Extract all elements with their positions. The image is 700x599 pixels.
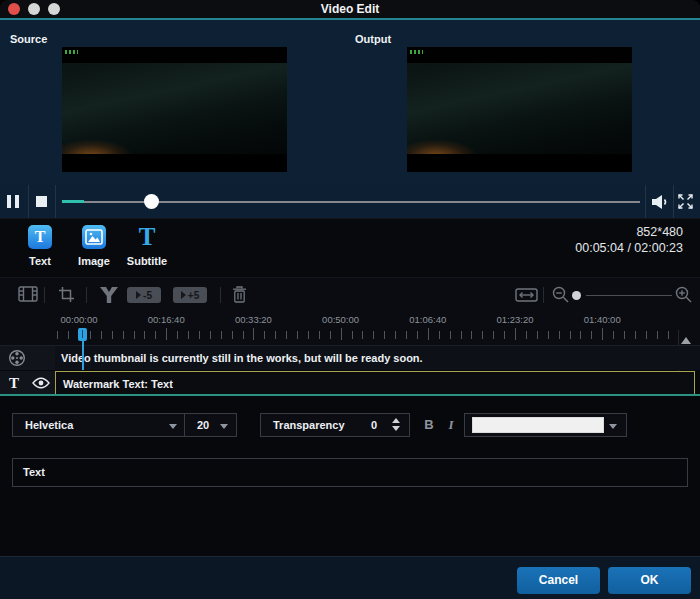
film-reel-icon xyxy=(10,351,25,366)
ruler-minor-tick xyxy=(439,331,440,339)
font-family-select[interactable]: Helvetica xyxy=(12,413,188,437)
ruler-minor-tick xyxy=(319,331,320,339)
ruler-minor-tick xyxy=(144,331,145,339)
ruler-minor-tick xyxy=(646,331,647,339)
watermark-text-value: Text xyxy=(23,466,45,478)
transparency-stepper[interactable]: Transparency 0 xyxy=(260,413,410,437)
window-title: Video Edit xyxy=(0,0,700,18)
trash-icon[interactable] xyxy=(232,286,247,303)
ruler-minor-tick xyxy=(134,331,135,339)
tool-image-button[interactable]: Image xyxy=(68,225,120,267)
divider xyxy=(55,185,56,218)
preview-area: Source Output xyxy=(0,20,700,185)
seek-slider[interactable] xyxy=(62,185,640,218)
timeline-zoom-slider-track[interactable] xyxy=(586,295,672,296)
timeline-tracks: Video thumbnail is currently still in th… xyxy=(0,345,700,394)
playhead-line xyxy=(82,341,84,370)
italic-button[interactable]: I xyxy=(442,413,460,437)
zoom-in-icon[interactable] xyxy=(675,286,692,303)
ruler-minor-tick xyxy=(57,331,58,339)
stepper-arrows-icon[interactable] xyxy=(392,418,400,431)
footer-bar: Cancel OK xyxy=(0,556,700,599)
zoom-out-icon[interactable] xyxy=(552,286,569,303)
font-size-select[interactable]: 20 xyxy=(184,413,237,437)
fit-timeline-icon[interactable] xyxy=(515,288,538,302)
ruler-minor-tick xyxy=(384,331,385,339)
playhead-handle[interactable] xyxy=(78,328,87,341)
timeline-ruler[interactable]: 00:00:0000:16:4000:33:2000:50:0001:06:40… xyxy=(0,311,700,345)
film-strip-icon[interactable] xyxy=(18,286,38,302)
crop-icon[interactable] xyxy=(58,286,75,303)
ruler-minor-tick xyxy=(232,331,233,339)
ruler-minor-tick xyxy=(417,331,418,339)
font-family-value: Helvetica xyxy=(25,419,73,431)
transparency-value: 0 xyxy=(371,414,377,436)
ruler-minor-tick xyxy=(482,331,483,339)
ruler-timestamp: 00:16:40 xyxy=(136,314,196,325)
split-icon[interactable] xyxy=(99,286,119,304)
font-color-picker[interactable] xyxy=(464,413,627,437)
ruler-major-tick xyxy=(515,328,516,340)
tool-text-button[interactable]: T Text xyxy=(14,225,66,267)
ruler-minor-tick xyxy=(613,331,614,339)
divider xyxy=(543,287,544,303)
ruler-major-tick xyxy=(166,328,167,340)
divider xyxy=(673,185,674,218)
ruler-minor-tick xyxy=(406,331,407,339)
ruler-minor-tick xyxy=(526,331,527,339)
ruler-minor-tick xyxy=(362,331,363,339)
seek-thumb[interactable] xyxy=(144,194,159,209)
output-video-frame xyxy=(407,47,632,172)
video-track-row[interactable]: Video thumbnail is currently still in th… xyxy=(0,346,700,370)
video-timestamp-overlay xyxy=(410,50,423,54)
bold-button[interactable]: B xyxy=(420,413,438,437)
divider xyxy=(645,185,646,218)
text-properties-panel: Helvetica 20 Transparency 0 B I Text xyxy=(0,396,700,556)
subtitle-tool-icon: T xyxy=(121,225,173,249)
ruler-minor-tick xyxy=(221,331,222,339)
ruler-minor-tick xyxy=(373,331,374,339)
resolution-value: 852*480 xyxy=(575,224,683,240)
ok-button[interactable]: OK xyxy=(608,567,691,594)
ruler-minor-tick xyxy=(493,331,494,339)
seek-progress xyxy=(62,200,84,203)
tool-subtitle-button[interactable]: T Subtitle xyxy=(121,225,173,267)
seek-back-5-button[interactable]: -5 xyxy=(127,287,161,303)
source-video-frame xyxy=(62,47,287,172)
video-track-message: Video thumbnail is currently still in th… xyxy=(55,346,700,370)
watermark-track-row[interactable]: T Watermark Text: Text xyxy=(0,371,700,395)
ruler-minor-tick xyxy=(635,331,636,339)
seek-forward-5-button[interactable]: +5 xyxy=(173,287,207,303)
tool-text-label: Text xyxy=(14,255,66,267)
ruler-minor-tick xyxy=(90,331,91,339)
eye-icon xyxy=(33,378,49,388)
video-edit-window: Video Edit Source Output xyxy=(0,0,700,599)
video-timestamp-overlay xyxy=(65,50,78,54)
media-info: 852*480 00:05:04 / 02:00:23 xyxy=(575,224,683,256)
pause-button[interactable] xyxy=(7,195,23,208)
timecode-value: 00:05:04 / 02:00:23 xyxy=(575,240,683,256)
ruler-major-tick xyxy=(341,328,342,340)
ruler-minor-tick xyxy=(68,331,69,339)
ruler-minor-tick xyxy=(570,331,571,339)
ruler-timestamp: 00:33:20 xyxy=(223,314,283,325)
watermark-track-header: T xyxy=(0,371,55,395)
ruler-timestamp: 01:23:20 xyxy=(485,314,545,325)
font-size-value: 20 xyxy=(197,419,209,431)
scroll-up-arrow-icon[interactable] xyxy=(681,337,691,344)
divider xyxy=(28,185,29,218)
ruler-minor-tick xyxy=(471,331,472,339)
ruler-minor-tick xyxy=(188,331,189,339)
watermark-text-input[interactable]: Text xyxy=(12,458,688,487)
tools-bar: T Text Image T Subtitle 852*480 00:05:04… xyxy=(0,218,700,277)
timeline-zoom-slider-thumb[interactable] xyxy=(572,291,581,300)
image-tool-icon xyxy=(82,225,106,249)
ruler-timestamp: 00:00:00 xyxy=(49,314,109,325)
watermark-track-clip[interactable]: Watermark Text: Text xyxy=(55,371,695,395)
fullscreen-icon[interactable] xyxy=(678,194,693,209)
ruler-minor-tick xyxy=(155,331,156,339)
volume-icon[interactable] xyxy=(651,194,670,210)
cancel-button[interactable]: Cancel xyxy=(517,567,600,594)
ruler-minor-tick xyxy=(548,331,549,339)
stop-button[interactable] xyxy=(36,196,47,207)
